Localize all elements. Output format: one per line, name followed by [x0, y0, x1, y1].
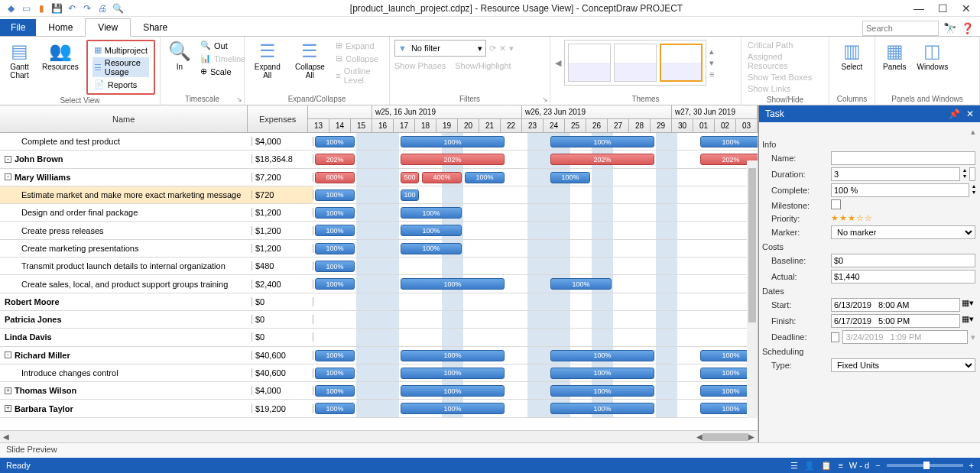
show-links-toggle[interactable]: Show Links	[746, 83, 824, 94]
theme-2[interactable]	[614, 44, 657, 82]
usage-bar[interactable]: 100%	[315, 261, 355, 272]
usage-bar[interactable]: 400%	[422, 172, 462, 183]
day-header[interactable]: 23	[522, 119, 544, 133]
deadline-checkbox[interactable]	[831, 332, 839, 342]
usage-bar[interactable]: 202%	[315, 154, 355, 165]
task-panel-close[interactable]: ✕	[966, 109, 974, 119]
qat-new-icon[interactable]: ▭	[20, 2, 32, 15]
tab-file[interactable]: File	[0, 19, 36, 36]
complete-input[interactable]	[831, 183, 969, 197]
day-header[interactable]: 24	[544, 119, 565, 133]
pin-icon[interactable]: 📌	[949, 109, 960, 119]
usage-bar[interactable]: 100%	[315, 190, 355, 201]
qat-undo-icon[interactable]: ↶	[66, 2, 78, 15]
day-header[interactable]: 03	[736, 119, 758, 133]
day-header[interactable]: 02	[715, 119, 736, 133]
usage-bar[interactable]: 100%	[315, 368, 355, 379]
usage-bar[interactable]: 100%	[700, 136, 758, 147]
deadline-input[interactable]	[842, 330, 968, 344]
qat-save-icon[interactable]: 💾	[50, 2, 63, 15]
maximize-button[interactable]: ☐	[938, 2, 948, 15]
table-row[interactable]: Create sales, local, and product support…	[0, 275, 758, 293]
qat-find-icon[interactable]: 🔍	[112, 2, 124, 15]
usage-bar[interactable]: 100%	[550, 385, 654, 397]
complete-spinner[interactable]: ▴▾	[972, 183, 975, 197]
day-header[interactable]: 16	[372, 119, 394, 133]
usage-bar[interactable]: 100%	[465, 172, 505, 183]
table-row[interactable]: -Mary Williams$7,200600%500400%100%100%	[0, 169, 758, 186]
zoom-out[interactable]: −	[875, 461, 880, 470]
expand-button[interactable]: ⊞ Expand	[334, 40, 385, 51]
table-row[interactable]: Estimate market and make more exact mark…	[0, 186, 758, 204]
table-row[interactable]: Design and order final package$1,200100%…	[0, 204, 758, 222]
day-header[interactable]: 20	[458, 119, 479, 133]
usage-bar[interactable]: 100	[401, 190, 419, 201]
tab-home[interactable]: Home	[36, 19, 85, 36]
table-row[interactable]: Create press releases$1,200100%100%	[0, 222, 758, 239]
resources-button[interactable]: 👥Resources	[39, 40, 82, 95]
col-expenses[interactable]: Expenses	[248, 105, 308, 132]
usage-bar[interactable]: 100%	[315, 403, 355, 414]
minimize-button[interactable]: —	[913, 2, 924, 15]
timeline-button[interactable]: 📊 Timeline	[199, 53, 247, 64]
usage-bar[interactable]: 100%	[550, 368, 654, 379]
actual-input[interactable]	[831, 270, 975, 283]
status-icon-1[interactable]: ☰	[790, 461, 798, 471]
start-picker-icon[interactable]: ▦▾	[960, 298, 975, 312]
usage-bar[interactable]: 100%	[401, 350, 505, 361]
horizontal-scrollbar[interactable]: ◀◀▶	[0, 430, 758, 442]
usage-bar[interactable]: 100%	[550, 403, 654, 414]
table-row[interactable]: Patricia Jones$0	[0, 311, 758, 329]
critical-path-toggle[interactable]: Critical Path	[746, 40, 824, 50]
collapse-button[interactable]: ⊟ Collapse	[334, 53, 385, 64]
milestone-checkbox[interactable]	[831, 199, 841, 209]
day-header[interactable]: 25	[565, 119, 586, 133]
task-name-input[interactable]	[831, 151, 975, 165]
usage-bar[interactable]: 600%	[315, 172, 355, 183]
table-row[interactable]: Complete and test product$4,000100%100%1…	[0, 133, 758, 151]
col-name[interactable]: Name	[0, 105, 248, 132]
table-row[interactable]: +Thomas Wilson$4,000100%100%100%100%	[0, 382, 758, 400]
day-header[interactable]: 22	[501, 119, 522, 133]
zoom-in[interactable]: +	[969, 461, 974, 470]
filters-launcher[interactable]: ↘	[542, 96, 548, 103]
usage-bar[interactable]: 100%	[401, 225, 462, 236]
usage-bar[interactable]: 100%	[401, 368, 505, 379]
gantt-chart-button[interactable]: ▤Gantt Chart	[5, 40, 34, 95]
finish-input[interactable]	[831, 314, 960, 328]
usage-bar[interactable]: 100%	[315, 278, 355, 290]
timescale-launcher[interactable]: ↘	[236, 96, 242, 103]
expand-toggle[interactable]: -	[5, 156, 11, 163]
type-select[interactable]: Fixed Units	[831, 358, 975, 372]
status-icon-2[interactable]: 👤	[804, 461, 815, 471]
refresh-filter-icon[interactable]: ⟳	[489, 44, 496, 53]
duration-input[interactable]	[831, 167, 960, 181]
duration-spinner[interactable]: ▴▾	[963, 167, 966, 181]
filter-settings-icon[interactable]: ▾	[509, 44, 514, 53]
usage-bar[interactable]: 100%	[550, 136, 654, 147]
qat-open-icon[interactable]: ▮	[35, 2, 47, 15]
day-header[interactable]: 28	[629, 119, 651, 133]
table-row[interactable]: Introduce changes control$40,600100%100%…	[0, 364, 758, 382]
assigned-resources-toggle[interactable]: Assigned Resources	[746, 51, 824, 71]
scale-button[interactable]: ⊕ Scale	[199, 66, 247, 77]
help-icon[interactable]: ❓	[961, 22, 974, 34]
close-button[interactable]: ✕	[962, 2, 971, 15]
usage-bar[interactable]: 100%	[401, 207, 462, 219]
usage-bar[interactable]: 100%	[315, 207, 355, 219]
table-row[interactable]: Create marketing presentations$1,200100%…	[0, 240, 758, 258]
day-header[interactable]: 17	[394, 119, 415, 133]
finish-picker-icon[interactable]: ▦▾	[960, 314, 975, 328]
day-header[interactable]: 18	[415, 119, 436, 133]
show-textboxes-toggle[interactable]: Show Text Boxes	[746, 72, 824, 83]
usage-bar[interactable]: 100%	[550, 350, 654, 361]
tab-view[interactable]: View	[85, 18, 131, 37]
usage-bar[interactable]: 100%	[315, 243, 355, 254]
theme-prev[interactable]: ◀	[555, 58, 561, 68]
day-header[interactable]: 21	[479, 119, 501, 133]
theme-up[interactable]: ▴	[709, 47, 714, 57]
day-header[interactable]: 13	[308, 119, 329, 133]
theme-1[interactable]	[568, 44, 611, 82]
day-header[interactable]: 14	[329, 119, 351, 133]
usage-bar[interactable]: 100%	[315, 385, 355, 397]
